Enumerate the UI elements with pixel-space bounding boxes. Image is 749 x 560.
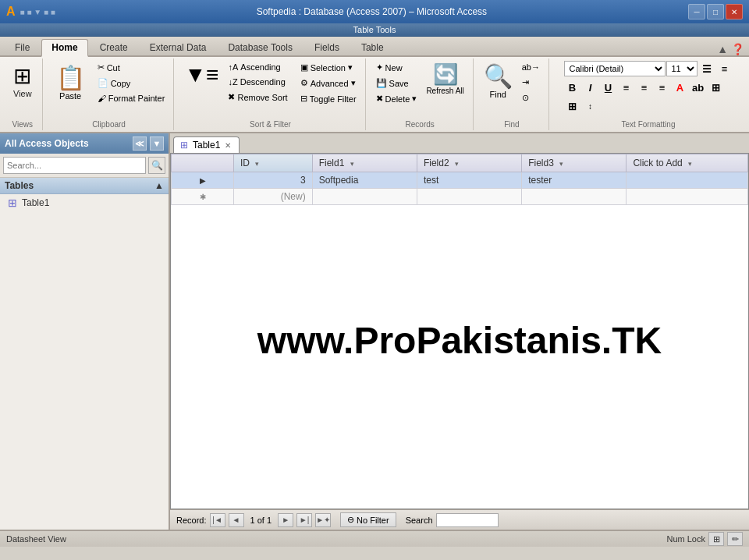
col-add-dropdown-icon[interactable]: ▾: [688, 160, 692, 168]
nav-menu-button[interactable]: ▼: [150, 136, 164, 151]
select-button[interactable]: ⊙: [518, 90, 544, 105]
cell-field3[interactable]: tester: [522, 172, 627, 189]
new-row-field3: [522, 189, 627, 205]
center-align-button[interactable]: ≡: [636, 80, 653, 95]
text-formatting-content: Calibri (Detail) 11 ☰ ≡ B I U ≡ ≡ ≡ A ab…: [564, 60, 733, 119]
table-col-click-to-add[interactable]: Click to Add ▾: [627, 154, 748, 172]
view-button[interactable]: ⊞ View: [8, 60, 37, 101]
nav-new-button[interactable]: ►✦: [315, 513, 331, 527]
paste-button[interactable]: 📋 Paste: [49, 60, 92, 105]
watermark: www.ProPakistanis.TK: [257, 318, 662, 361]
records-group-label: Records: [406, 119, 435, 129]
new-record-button[interactable]: ✦ New: [372, 60, 421, 75]
list-format-button[interactable]: ☰: [698, 61, 715, 76]
table-col-id[interactable]: ID ▾: [234, 154, 313, 172]
records-content: ✦ New 💾 Save ✖ Delete ▾ 🔄 Refresh All: [372, 60, 468, 119]
col-field1-dropdown-icon[interactable]: ▾: [350, 160, 354, 168]
close-button[interactable]: ✕: [726, 4, 743, 19]
find-label: Find: [490, 90, 506, 99]
col-field3-dropdown-icon[interactable]: ▾: [559, 160, 563, 168]
alternate-row-button[interactable]: ⊞: [708, 80, 725, 95]
col-id-dropdown-icon[interactable]: ▾: [255, 160, 259, 168]
record-search-input[interactable]: [436, 513, 499, 527]
font-select[interactable]: Calibri (Detail): [564, 61, 666, 76]
copy-button[interactable]: 📄 Copy: [94, 76, 169, 90]
ribbon-group-clipboard: 📋 Paste ✂ Cut 📄 Copy 🖌 Format Painter Cl…: [44, 58, 175, 130]
left-align-button[interactable]: ≡: [618, 80, 635, 95]
advanced-button[interactable]: ⚙ Advanced ▾: [296, 76, 360, 90]
bold-button[interactable]: B: [564, 80, 581, 95]
status-design-view-button[interactable]: ✏: [727, 532, 743, 546]
nav-item-table1[interactable]: ⊞ Table1: [0, 194, 169, 211]
status-view-label: Datasheet View: [6, 534, 66, 544]
font-size-select[interactable]: 11: [666, 61, 698, 76]
table-col-field2[interactable]: Field2 ▾: [417, 154, 521, 172]
nav-last-button[interactable]: ►|: [296, 513, 312, 527]
advanced-icon: ⚙: [300, 78, 308, 88]
save-record-button[interactable]: 💾 Save: [372, 76, 421, 90]
table-new-row[interactable]: ✱ (New): [172, 189, 748, 205]
maximize-button[interactable]: □: [707, 4, 724, 19]
cell-id[interactable]: 3: [234, 172, 313, 189]
descending-button[interactable]: ↓Z Descending: [224, 75, 291, 89]
row-height-button[interactable]: ↕: [582, 98, 599, 114]
table-row[interactable]: ▶ 3 Softpedia test tester: [172, 172, 748, 189]
descending-label: Descending: [240, 77, 286, 87]
tab-database-tools[interactable]: Database Tools: [218, 39, 303, 55]
remove-sort-button[interactable]: ✖ Remove Sort: [224, 90, 291, 105]
highlight-button[interactable]: ab: [690, 80, 707, 95]
no-filter-button[interactable]: ⊖ No Filter: [340, 512, 396, 527]
nav-next-button[interactable]: ►: [278, 513, 293, 527]
gridlines-button[interactable]: ⊞: [564, 98, 581, 114]
find-button[interactable]: 🔍 Find: [480, 60, 516, 101]
tab-table[interactable]: Table: [351, 39, 394, 55]
content-tab-table1[interactable]: ⊞ Table1 ✕: [173, 136, 240, 153]
font-color-button[interactable]: A: [672, 80, 689, 95]
tab-file[interactable]: File: [5, 39, 40, 55]
underline-button[interactable]: U: [600, 80, 617, 95]
format-painter-button[interactable]: 🖌 Format Painter: [94, 91, 169, 105]
nav-collapse-button[interactable]: ≪: [133, 136, 147, 151]
tab-home[interactable]: Home: [41, 39, 87, 57]
nav-prev-button[interactable]: ◄: [229, 513, 244, 527]
right-align-button[interactable]: ≡: [654, 80, 671, 95]
toggle-filter-button[interactable]: ⊟ Toggle Filter: [296, 91, 360, 106]
table-col-field1[interactable]: Field1 ▾: [312, 154, 417, 172]
tab-create[interactable]: Create: [90, 39, 138, 55]
window-controls: ─ □ ✕: [688, 4, 743, 19]
nav-section-tables[interactable]: Tables ▲: [0, 178, 169, 194]
find-group-label: Find: [504, 119, 519, 129]
tab-external-data[interactable]: External Data: [140, 39, 217, 55]
cell-field2[interactable]: test: [417, 172, 521, 189]
nav-first-button[interactable]: |◄: [210, 513, 225, 527]
nav-search-input[interactable]: [3, 157, 146, 174]
copy-label: Copy: [111, 79, 131, 88]
search-box: Search: [406, 513, 499, 527]
filter-button[interactable]: ▼≡: [180, 60, 222, 90]
italic-button[interactable]: I: [582, 80, 599, 95]
col-field2-dropdown-icon[interactable]: ▾: [455, 160, 459, 168]
tab-fields[interactable]: Fields: [304, 39, 350, 55]
nav-section-label: Tables: [5, 180, 34, 191]
goto-icon: ⇥: [522, 77, 529, 87]
selection-button[interactable]: ▣ Selection ▾: [296, 60, 360, 75]
status-datasheet-view-button[interactable]: ⊞: [708, 532, 724, 546]
replace-button[interactable]: ab→: [518, 60, 544, 74]
minimize-button[interactable]: ─: [688, 4, 705, 19]
nav-header: All Access Objects ≪ ▼: [0, 133, 169, 154]
tab-close-button[interactable]: ✕: [225, 141, 231, 150]
nav-search-button[interactable]: 🔍: [148, 157, 165, 174]
cut-button[interactable]: ✂ Cut: [94, 60, 169, 75]
record-total: 1: [267, 516, 272, 525]
refresh-button[interactable]: 🔄 Refresh All: [422, 60, 467, 97]
ascending-button[interactable]: ↑A Ascending: [224, 60, 291, 74]
goto-button[interactable]: ⇥: [518, 75, 544, 90]
table-col-field3[interactable]: Field3 ▾: [522, 154, 627, 172]
new-row-extra: [627, 189, 748, 205]
new-row-indicator: ✱: [172, 189, 234, 205]
delete-record-button[interactable]: ✖ Delete ▾: [372, 91, 421, 106]
cell-field1[interactable]: Softpedia: [312, 172, 417, 189]
list-num-button[interactable]: ≡: [716, 61, 733, 76]
selection-label: Selection: [311, 63, 346, 73]
app-icon: A: [6, 5, 16, 19]
